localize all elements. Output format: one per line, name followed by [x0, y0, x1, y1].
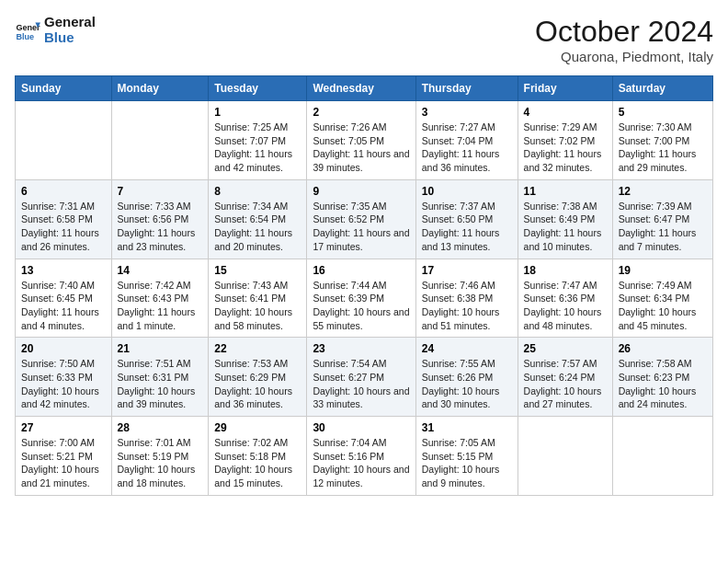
calendar-week-5: 27Sunrise: 7:00 AMSunset: 5:21 PMDayligh… [16, 417, 713, 496]
day-info: Sunrise: 7:42 AMSunset: 6:43 PMDaylight:… [118, 279, 203, 333]
calendar-cell [612, 417, 712, 496]
calendar-header-row: SundayMondayTuesdayWednesdayThursdayFrid… [16, 76, 713, 101]
calendar-cell: 30Sunrise: 7:04 AMSunset: 5:16 PMDayligh… [307, 417, 415, 496]
day-info: Sunrise: 7:04 AMSunset: 5:16 PMDaylight:… [313, 436, 409, 490]
calendar-cell [518, 417, 612, 496]
day-number: 16 [313, 264, 409, 277]
day-number: 26 [619, 342, 707, 355]
calendar-cell: 20Sunrise: 7:50 AMSunset: 6:33 PMDayligh… [16, 338, 112, 417]
header-wednesday: Wednesday [307, 76, 415, 101]
page-header: General Blue General Blue October 2024 Q… [15, 15, 713, 64]
logo: General Blue General Blue [15, 15, 96, 45]
calendar-cell: 8Sunrise: 7:34 AMSunset: 6:54 PMDaylight… [209, 179, 307, 259]
day-info: Sunrise: 7:39 AMSunset: 6:47 PMDaylight:… [619, 200, 707, 254]
header-friday: Friday [518, 76, 612, 101]
page-title: October 2024 [535, 15, 713, 49]
calendar-cell: 10Sunrise: 7:37 AMSunset: 6:50 PMDayligh… [415, 179, 518, 259]
calendar-cell: 1Sunrise: 7:25 AMSunset: 7:07 PMDaylight… [209, 101, 307, 180]
logo-blue: Blue [44, 30, 96, 46]
day-number: 14 [118, 264, 203, 277]
day-number: 21 [118, 342, 203, 355]
calendar-table: SundayMondayTuesdayWednesdayThursdayFrid… [15, 75, 713, 496]
day-info: Sunrise: 7:00 AMSunset: 5:21 PMDaylight:… [21, 436, 106, 490]
day-info: Sunrise: 7:40 AMSunset: 6:45 PMDaylight:… [21, 279, 106, 333]
calendar-cell: 16Sunrise: 7:44 AMSunset: 6:39 PMDayligh… [307, 259, 415, 338]
day-number: 3 [422, 106, 512, 119]
day-info: Sunrise: 7:50 AMSunset: 6:33 PMDaylight:… [21, 357, 106, 411]
day-info: Sunrise: 7:27 AMSunset: 7:04 PMDaylight:… [422, 121, 512, 175]
day-number: 30 [313, 421, 409, 434]
day-info: Sunrise: 7:05 AMSunset: 5:15 PMDaylight:… [422, 436, 512, 490]
calendar-cell: 26Sunrise: 7:58 AMSunset: 6:23 PMDayligh… [612, 338, 712, 417]
day-number: 19 [619, 264, 707, 277]
header-thursday: Thursday [415, 76, 518, 101]
day-info: Sunrise: 7:51 AMSunset: 6:31 PMDaylight:… [118, 357, 203, 411]
calendar-week-4: 20Sunrise: 7:50 AMSunset: 6:33 PMDayligh… [16, 338, 713, 417]
calendar-week-1: 1Sunrise: 7:25 AMSunset: 7:07 PMDaylight… [16, 101, 713, 180]
day-info: Sunrise: 7:38 AMSunset: 6:49 PMDaylight:… [524, 200, 607, 254]
calendar-cell: 5Sunrise: 7:30 AMSunset: 7:00 PMDaylight… [612, 101, 712, 180]
day-number: 2 [313, 106, 409, 119]
calendar-cell: 12Sunrise: 7:39 AMSunset: 6:47 PMDayligh… [612, 179, 712, 259]
day-number: 31 [422, 421, 512, 434]
day-number: 22 [214, 342, 301, 355]
calendar-cell: 2Sunrise: 7:26 AMSunset: 7:05 PMDaylight… [307, 101, 415, 180]
day-info: Sunrise: 7:34 AMSunset: 6:54 PMDaylight:… [214, 200, 301, 254]
calendar-cell: 15Sunrise: 7:43 AMSunset: 6:41 PMDayligh… [209, 259, 307, 338]
header-monday: Monday [111, 76, 209, 101]
logo-icon: General Blue [15, 17, 40, 43]
calendar-cell: 29Sunrise: 7:02 AMSunset: 5:18 PMDayligh… [209, 417, 307, 496]
day-number: 17 [422, 264, 512, 277]
day-info: Sunrise: 7:35 AMSunset: 6:52 PMDaylight:… [313, 200, 409, 254]
day-number: 18 [524, 264, 607, 277]
day-number: 12 [619, 185, 707, 198]
day-number: 28 [118, 421, 203, 434]
day-info: Sunrise: 7:02 AMSunset: 5:18 PMDaylight:… [214, 436, 301, 490]
day-info: Sunrise: 7:57 AMSunset: 6:24 PMDaylight:… [524, 357, 607, 411]
calendar-cell: 6Sunrise: 7:31 AMSunset: 6:58 PMDaylight… [16, 179, 112, 259]
day-info: Sunrise: 7:29 AMSunset: 7:02 PMDaylight:… [524, 121, 607, 175]
day-number: 4 [524, 106, 607, 119]
calendar-cell: 28Sunrise: 7:01 AMSunset: 5:19 PMDayligh… [111, 417, 209, 496]
day-number: 10 [422, 185, 512, 198]
calendar-cell: 22Sunrise: 7:53 AMSunset: 6:29 PMDayligh… [209, 338, 307, 417]
day-number: 20 [21, 342, 106, 355]
calendar-cell: 11Sunrise: 7:38 AMSunset: 6:49 PMDayligh… [518, 179, 612, 259]
day-number: 25 [524, 342, 607, 355]
day-number: 24 [422, 342, 512, 355]
day-info: Sunrise: 7:54 AMSunset: 6:27 PMDaylight:… [313, 357, 409, 411]
day-number: 11 [524, 185, 607, 198]
calendar-cell: 9Sunrise: 7:35 AMSunset: 6:52 PMDaylight… [307, 179, 415, 259]
calendar-cell: 3Sunrise: 7:27 AMSunset: 7:04 PMDaylight… [415, 101, 518, 180]
day-info: Sunrise: 7:47 AMSunset: 6:36 PMDaylight:… [524, 279, 607, 333]
header-tuesday: Tuesday [209, 76, 307, 101]
header-saturday: Saturday [612, 76, 712, 101]
day-number: 6 [21, 185, 106, 198]
calendar-cell: 25Sunrise: 7:57 AMSunset: 6:24 PMDayligh… [518, 338, 612, 417]
day-info: Sunrise: 7:37 AMSunset: 6:50 PMDaylight:… [422, 200, 512, 254]
calendar-cell: 19Sunrise: 7:49 AMSunset: 6:34 PMDayligh… [612, 259, 712, 338]
calendar-cell: 27Sunrise: 7:00 AMSunset: 5:21 PMDayligh… [16, 417, 112, 496]
calendar-week-2: 6Sunrise: 7:31 AMSunset: 6:58 PMDaylight… [16, 179, 713, 259]
day-info: Sunrise: 7:58 AMSunset: 6:23 PMDaylight:… [619, 357, 707, 411]
day-number: 29 [214, 421, 301, 434]
day-info: Sunrise: 7:26 AMSunset: 7:05 PMDaylight:… [313, 121, 409, 175]
calendar-week-3: 13Sunrise: 7:40 AMSunset: 6:45 PMDayligh… [16, 259, 713, 338]
calendar-cell [16, 101, 112, 180]
calendar-cell: 31Sunrise: 7:05 AMSunset: 5:15 PMDayligh… [415, 417, 518, 496]
day-number: 15 [214, 264, 301, 277]
calendar-cell: 13Sunrise: 7:40 AMSunset: 6:45 PMDayligh… [16, 259, 112, 338]
day-info: Sunrise: 7:44 AMSunset: 6:39 PMDaylight:… [313, 279, 409, 333]
day-info: Sunrise: 7:53 AMSunset: 6:29 PMDaylight:… [214, 357, 301, 411]
day-number: 8 [214, 185, 301, 198]
day-info: Sunrise: 7:46 AMSunset: 6:38 PMDaylight:… [422, 279, 512, 333]
calendar-cell: 7Sunrise: 7:33 AMSunset: 6:56 PMDaylight… [111, 179, 209, 259]
day-number: 5 [619, 106, 707, 119]
calendar-cell: 21Sunrise: 7:51 AMSunset: 6:31 PMDayligh… [111, 338, 209, 417]
day-number: 7 [118, 185, 203, 198]
calendar-cell: 14Sunrise: 7:42 AMSunset: 6:43 PMDayligh… [111, 259, 209, 338]
title-block: October 2024 Quarona, Piedmont, Italy [535, 15, 713, 64]
day-number: 23 [313, 342, 409, 355]
header-sunday: Sunday [16, 76, 112, 101]
day-info: Sunrise: 7:49 AMSunset: 6:34 PMDaylight:… [619, 279, 707, 333]
